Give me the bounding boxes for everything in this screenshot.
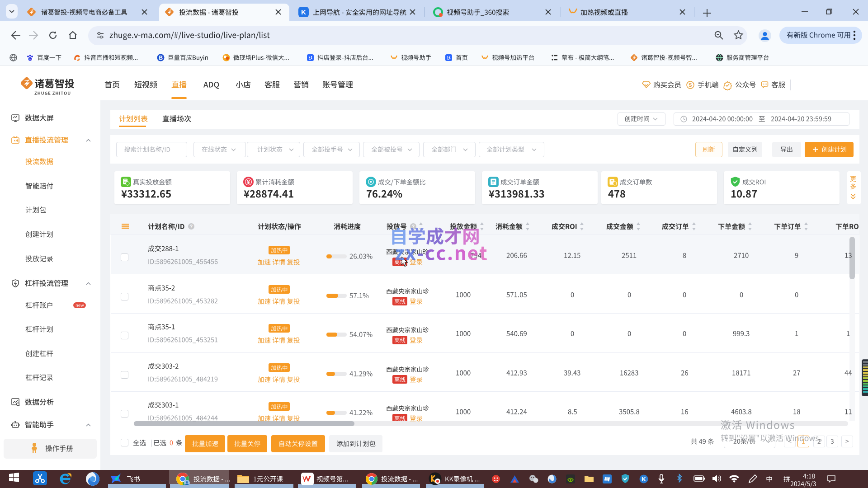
svg-text:S: S [689, 82, 692, 88]
svg-text:¥: ¥ [247, 178, 250, 185]
svg-text:du: du [29, 58, 32, 61]
svg-text:K: K [642, 476, 646, 483]
svg-text:K: K [301, 8, 306, 16]
svg-text:B: B [159, 55, 163, 61]
svg-text:?: ? [190, 224, 193, 229]
